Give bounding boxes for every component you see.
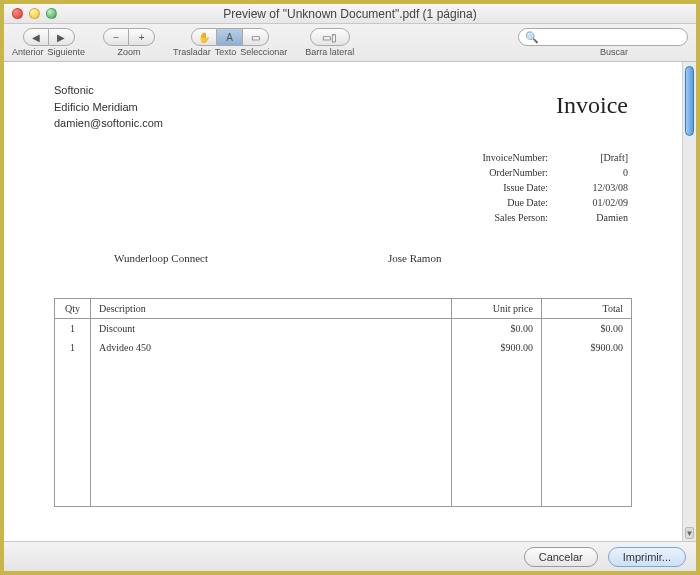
party-from: Wunderloop Connect	[114, 252, 208, 264]
cell-total: $900.00	[542, 338, 632, 357]
next-label: Siguiente	[48, 47, 86, 57]
table-header-row: Qty Description Unit price Total	[55, 298, 632, 318]
search-group: 🔍 Buscar	[372, 28, 688, 57]
table-spacer	[55, 357, 632, 507]
sales-person-label: Sales Person:	[468, 210, 548, 225]
sales-person-value: Damien	[568, 210, 628, 225]
cell-qty: 1	[55, 338, 91, 357]
sidebar-group: ▭▯ Barra lateral	[305, 28, 354, 57]
select-tool-button[interactable]: ▭	[243, 28, 269, 46]
table-row: 1 Advideo 450 $900.00 $900.00	[55, 338, 632, 357]
document-heading: Invoice	[556, 92, 628, 119]
cell-unit-price: $0.00	[452, 318, 542, 338]
preview-window: Preview of "Unknown Document".pdf (1 pág…	[4, 4, 696, 571]
tool-group: ✋ A ▭ Trasladar Texto Seleccionar	[173, 28, 287, 57]
issue-date-label: Issue Date:	[468, 180, 548, 195]
titlebar: Preview of "Unknown Document".pdf (1 pág…	[4, 4, 696, 24]
text-tool-button[interactable]: A	[217, 28, 243, 46]
search-label: Buscar	[600, 47, 688, 57]
zoom-out-button[interactable]: −	[103, 28, 129, 46]
sender-company: Softonic	[54, 82, 632, 99]
scroll-down-icon[interactable]: ▼	[685, 527, 694, 539]
nav-group: ◀ ▶ Anterior Siguiente	[12, 28, 85, 57]
sidebar-icon: ▭▯	[322, 32, 337, 43]
party-to: Jose Ramon	[388, 252, 441, 264]
col-description: Description	[91, 298, 452, 318]
invoice-number-label: InvoiceNumber:	[468, 150, 548, 165]
col-unit-price: Unit price	[452, 298, 542, 318]
move-label: Trasladar	[173, 47, 211, 57]
next-button[interactable]: ▶	[49, 28, 75, 46]
sidebar-label: Barra lateral	[305, 47, 354, 57]
sender-email: damien@softonic.com	[54, 115, 632, 132]
issue-date-value: 12/03/08	[568, 180, 628, 195]
window-title: Preview of "Unknown Document".pdf (1 pág…	[4, 7, 696, 21]
invoice-table: Qty Description Unit price Total 1 Disco…	[54, 298, 632, 508]
scroll-thumb[interactable]	[685, 66, 694, 136]
toolbar: ◀ ▶ Anterior Siguiente − + Zoom ✋ A ▭ Tr…	[4, 24, 696, 62]
zoom-group: − + Zoom	[103, 28, 155, 57]
hand-icon: ✋	[198, 32, 210, 43]
sender-building: Edificio Meridiam	[54, 99, 632, 116]
due-date-value: 01/02/09	[568, 195, 628, 210]
sidebar-toggle-button[interactable]: ▭▯	[310, 28, 350, 46]
document-page: Softonic Edificio Meridiam damien@softon…	[4, 62, 682, 541]
invoice-meta: InvoiceNumber:[Draft] OrderNumber:0 Issu…	[468, 150, 628, 225]
cancel-button[interactable]: Cancelar	[524, 547, 598, 567]
select-icon: ▭	[251, 32, 260, 43]
zoom-label: Zoom	[118, 47, 141, 57]
footer: Cancelar Imprimir...	[4, 541, 696, 571]
invoice-number-value: [Draft]	[568, 150, 628, 165]
cell-unit-price: $900.00	[452, 338, 542, 357]
col-qty: Qty	[55, 298, 91, 318]
cell-total: $0.00	[542, 318, 632, 338]
sender-block: Softonic Edificio Meridiam damien@softon…	[54, 82, 632, 132]
zoom-in-button[interactable]: +	[129, 28, 155, 46]
order-number-value: 0	[568, 165, 628, 180]
print-button[interactable]: Imprimir...	[608, 547, 686, 567]
vertical-scrollbar[interactable]: ▼	[682, 62, 696, 541]
search-field[interactable]: 🔍	[518, 28, 688, 46]
content-area: Softonic Edificio Meridiam damien@softon…	[4, 62, 696, 541]
prev-button[interactable]: ◀	[23, 28, 49, 46]
prev-label: Anterior	[12, 47, 44, 57]
table-row: 1 Discount $0.00 $0.00	[55, 318, 632, 338]
cell-qty: 1	[55, 318, 91, 338]
text-icon: A	[226, 32, 233, 43]
order-number-label: OrderNumber:	[468, 165, 548, 180]
cell-description: Discount	[91, 318, 452, 338]
move-tool-button[interactable]: ✋	[191, 28, 217, 46]
cell-description: Advideo 450	[91, 338, 452, 357]
search-icon: 🔍	[525, 31, 539, 44]
text-label: Texto	[215, 47, 237, 57]
select-label: Seleccionar	[240, 47, 287, 57]
due-date-label: Due Date:	[468, 195, 548, 210]
col-total: Total	[542, 298, 632, 318]
search-input[interactable]	[543, 32, 681, 43]
